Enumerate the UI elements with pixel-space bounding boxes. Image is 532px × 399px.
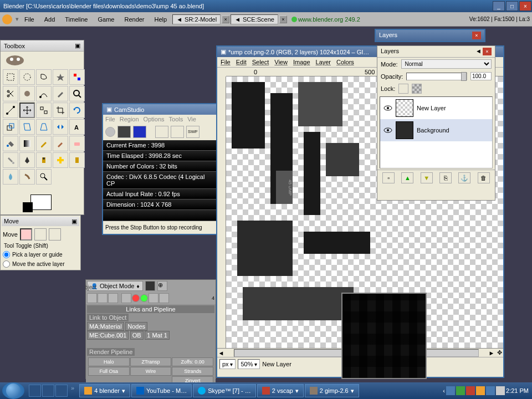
cs-tool-3[interactable]: SWF xyxy=(186,126,200,138)
duplicate-layer-button[interactable]: ⎘ xyxy=(439,172,452,183)
move-layer-btn[interactable] xyxy=(20,228,32,241)
menu-add[interactable]: Add xyxy=(40,14,60,24)
zoom-tool[interactable] xyxy=(69,86,85,101)
task-blender[interactable]: 4 blender▾ xyxy=(79,384,130,397)
color-select-tool[interactable] xyxy=(69,69,85,85)
blender-icon[interactable] xyxy=(2,14,12,24)
ql-desktop[interactable] xyxy=(29,385,41,397)
cs-menu-region[interactable]: Region xyxy=(120,116,139,122)
move-tool[interactable] xyxy=(19,103,35,118)
flip-tool[interactable] xyxy=(53,119,68,135)
ink-tool[interactable] xyxy=(19,152,35,168)
pencil-tool[interactable] xyxy=(36,136,52,151)
btn-1[interactable] xyxy=(145,281,155,291)
new-layer-button[interactable]: ▫ xyxy=(382,172,395,183)
panel-btn[interactable] xyxy=(98,293,108,303)
cs-menu-options[interactable]: Options xyxy=(144,116,165,122)
color-swatches[interactable] xyxy=(1,187,84,214)
opacity-slider[interactable] xyxy=(406,73,467,80)
layers-close-button[interactable]: × xyxy=(472,32,481,39)
render-opt[interactable]: Strands xyxy=(172,367,213,376)
pick-layer-radio[interactable] xyxy=(3,251,10,258)
ql-explorer[interactable] xyxy=(42,385,54,397)
cs-menu-file[interactable]: File xyxy=(105,116,115,122)
panel-red-btn[interactable] xyxy=(132,294,140,302)
rect-select-tool[interactable] xyxy=(3,69,18,85)
panel-btn[interactable] xyxy=(149,293,158,303)
tray-icon[interactable] xyxy=(446,386,455,395)
gimp-menu-image[interactable]: Image xyxy=(293,59,310,65)
gimp-menu-file[interactable]: File xyxy=(221,59,231,65)
zoom-select[interactable]: 50% ▾ xyxy=(238,359,260,369)
gimp-menu-view[interactable]: View xyxy=(274,59,288,65)
fuzzy-select-tool[interactable] xyxy=(53,69,68,85)
shear-tool[interactable] xyxy=(19,119,35,135)
volume-icon[interactable] xyxy=(496,386,505,395)
blender-link[interactable]: www.blender.org 249.2 xyxy=(298,16,360,23)
pause-button[interactable] xyxy=(117,126,131,138)
measure-tool[interactable] xyxy=(3,103,18,118)
nodes-toggle[interactable]: Nodes xyxy=(125,322,147,331)
minimize-button[interactable]: _ xyxy=(493,1,505,11)
layers-tab[interactable]: Layers xyxy=(381,48,399,55)
ellipse-select-tool[interactable] xyxy=(19,69,35,85)
scissors-tool[interactable] xyxy=(3,86,18,101)
eraser-tool[interactable] xyxy=(69,136,85,151)
dock-close-button[interactable]: × xyxy=(483,48,492,55)
blend-tool[interactable] xyxy=(19,136,35,151)
cs-menu-tools[interactable]: Tools xyxy=(169,116,183,122)
perspective-clone-tool[interactable] xyxy=(69,152,85,168)
dock-icon[interactable]: ▣ xyxy=(71,218,77,225)
gimp-menu-colors[interactable]: Colors xyxy=(336,59,354,65)
color-picker-tool[interactable] xyxy=(53,86,68,101)
opacity-input[interactable] xyxy=(470,72,492,80)
render-opt[interactable]: Wire xyxy=(130,367,172,376)
layer-name[interactable]: New Layer xyxy=(417,105,446,111)
cs-tool-1[interactable] xyxy=(155,126,168,138)
move-selection-btn[interactable] xyxy=(34,228,47,241)
render-opt[interactable]: Halo xyxy=(88,357,130,366)
screen-field[interactable]: ◄SR:2-Model xyxy=(172,14,221,24)
layer-name[interactable]: Background xyxy=(417,127,449,134)
scene-field[interactable]: ◄SCE:Scene xyxy=(231,14,278,24)
record-button[interactable] xyxy=(105,127,115,137)
gimp-menu-layer[interactable]: Layer xyxy=(316,59,331,65)
text-tool[interactable]: A xyxy=(69,119,85,135)
blur-tool[interactable] xyxy=(3,169,18,185)
scale-tool[interactable] xyxy=(3,119,18,135)
visibility-icon[interactable] xyxy=(383,126,392,135)
menu-game[interactable]: Game xyxy=(93,14,119,24)
panel-btn[interactable] xyxy=(121,293,131,303)
airbrush-tool[interactable] xyxy=(3,152,18,168)
material-field[interactable]: MA:Material xyxy=(87,322,124,331)
tray-icon[interactable] xyxy=(456,386,465,395)
menu-help[interactable]: Help xyxy=(150,14,172,24)
task-skype[interactable]: Skype™ [7] - … xyxy=(193,384,256,397)
navigator-popup[interactable] xyxy=(341,293,427,379)
ql-app[interactable] xyxy=(55,385,68,397)
align-tool[interactable] xyxy=(36,103,52,118)
panel-btn[interactable] xyxy=(159,293,169,303)
render-opt[interactable]: Zoffs: 0.00 xyxy=(172,357,213,366)
rotate-tool[interactable] xyxy=(69,103,85,118)
tray-icon[interactable] xyxy=(486,386,495,395)
layer-item[interactable]: New Layer xyxy=(380,97,492,119)
menu-timeline[interactable]: Timeline xyxy=(60,14,92,24)
anchor-layer-button[interactable]: ⚓ xyxy=(458,172,470,183)
panel-btn[interactable] xyxy=(87,293,97,303)
foreground-select-tool[interactable] xyxy=(19,86,35,101)
cs-menu-view[interactable]: Vie xyxy=(187,116,196,122)
menu-render[interactable]: Render xyxy=(120,14,149,24)
bg-color-swatch[interactable] xyxy=(30,195,52,210)
maximize-button[interactable]: □ xyxy=(506,1,518,11)
paintbrush-tool[interactable] xyxy=(53,136,68,151)
screen-close[interactable]: × xyxy=(222,16,229,23)
unit-select[interactable]: px ▾ xyxy=(219,359,236,369)
cs-tool-2[interactable] xyxy=(171,126,184,138)
gimp-menu-select[interactable]: Select xyxy=(252,59,269,65)
crop-tool[interactable] xyxy=(53,103,68,118)
toolbox-collapse-icon[interactable]: ▣ xyxy=(75,42,80,49)
perspective-tool[interactable] xyxy=(36,119,52,135)
dock-menu-icon[interactable]: ◄ xyxy=(475,48,482,55)
blend-mode-select[interactable]: Normal xyxy=(401,59,492,69)
